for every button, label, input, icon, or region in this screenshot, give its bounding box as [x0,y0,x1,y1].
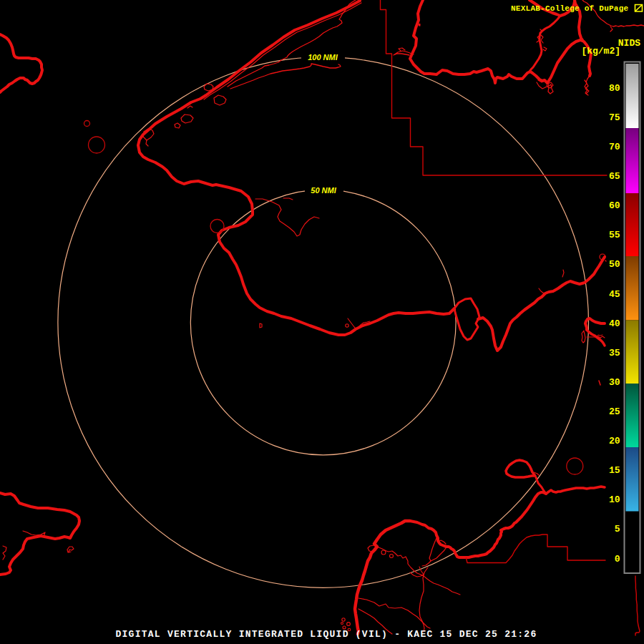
svg-text:100 NMI: 100 NMI [308,53,338,62]
svg-text:NEXLAB-College of DuPage: NEXLAB-College of DuPage [511,4,629,13]
svg-text:35: 35 [609,348,620,358]
svg-text:0: 0 [615,554,620,565]
svg-text:15: 15 [609,465,620,476]
svg-text:40: 40 [609,318,620,329]
svg-text:30: 30 [609,377,620,388]
svg-text:70: 70 [609,142,620,152]
svg-text:45: 45 [609,289,620,300]
svg-text:50 NMI: 50 NMI [311,186,336,195]
svg-text:80: 80 [609,83,620,94]
svg-text:10: 10 [609,494,620,505]
svg-text:5: 5 [615,524,620,535]
svg-text:[kg/m2]: [kg/m2] [581,46,620,57]
svg-text:20: 20 [609,436,620,447]
svg-text:25: 25 [609,406,620,417]
svg-text:75: 75 [609,112,620,123]
svg-text:50: 50 [609,259,620,270]
svg-text:55: 55 [609,230,620,240]
svg-text:DIGITAL VERTICALLY INTEGRATED: DIGITAL VERTICALLY INTEGRATED LIQUID (VI… [116,629,537,640]
svg-text:60: 60 [609,200,620,211]
svg-text:65: 65 [609,171,620,182]
svg-text:NIDS: NIDS [618,38,640,49]
